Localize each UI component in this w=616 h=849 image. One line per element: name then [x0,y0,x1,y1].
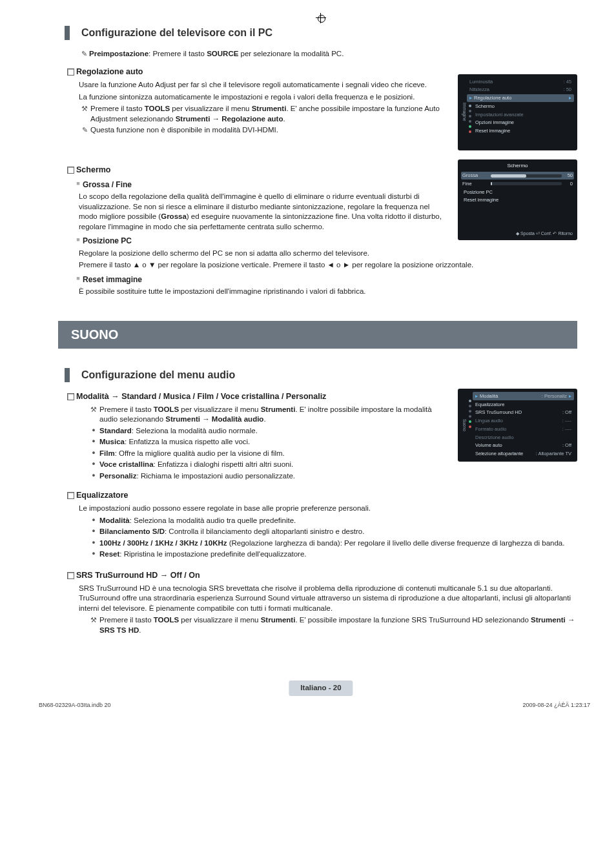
list-item: ●Personaliz: Richiama le impostazioni au… [88,471,577,482]
list-item: ●Modalità: Seleziona la modalità audio t… [88,516,577,526]
subsection-regolazione-auto: Regolazione auto [65,66,450,77]
bullet-icon: ● [88,516,99,526]
osd-selected-row: ▸ Regolazione auto ▸ [467,94,574,103]
osd-selected-row: ▸ Modalità : Personaliz ▸ [473,392,574,400]
bullet-icon: ● [88,538,99,549]
subsection-srs: SRS TruSurround HD → Off / On [65,570,577,581]
square-bullet-icon [67,492,74,499]
note-icon: ✎ [79,49,89,59]
list-item: ●Reset: Ripristina le impostazione prede… [88,549,577,560]
square-bullet-icon [67,393,74,400]
list-item: ●Film: Offre la migliore qualità audio p… [88,449,450,459]
bullet-icon: ● [88,549,99,560]
small-square-icon: ■ [74,236,83,246]
bullet-icon: ● [88,449,99,459]
list-item: ●100Hz / 300Hz / 1KHz / 3KHz / 10KHz (Re… [88,538,577,549]
list-item: ●Voce cristallina: Enfatizza i dialoghi … [88,460,450,470]
footer-left-text: BN68-02329A-03Ita.indb 20 [39,701,111,709]
section-title-pc: Configurazione del televisore con il PC [65,26,577,40]
osd-tab-label: Suono [461,392,467,458]
note-icon: ✎ [79,125,90,136]
dvi-note: ✎ Questa funzione non è disponibile in m… [79,125,450,136]
subsection-schermo: Schermo [65,165,450,176]
list-item: ●Standard: Seleziona la modalità audio n… [88,426,450,436]
registration-mark-top [316,13,326,23]
osd-tab-label: Immagine [461,77,467,147]
subsection-equalizzatore: Equalizzatore [65,490,577,501]
tools-icon: ⚒ [88,405,99,425]
subsub-reset-immagine: ■ Reset immagine [74,274,577,285]
section-band-suono: SUONO [58,321,577,349]
osd-slider-grossa: Grossa 50 [461,172,574,180]
bullet-icon: ● [88,460,99,470]
bullet-icon: ● [88,426,99,436]
footer-right-text: 2009-08-24 ¿ÀÈÄ 1:23:17 [522,701,590,709]
tools-note: ⚒ Premere il tasto TOOLS per visualizzar… [79,104,450,124]
bullet-icon: ● [88,437,99,447]
list-item: ●Bilanciamento S/D: Controlla il bilanci… [88,527,577,537]
tools-icon: ⚒ [88,615,99,635]
subsection-modalita: Modalità → Standard / Musica / Film / Vo… [65,391,450,402]
bullet-icon: ● [88,527,99,537]
preimpostazione-note: ✎ Preimpostazione: Premere il tasto SOUR… [79,49,450,59]
small-square-icon: ■ [74,274,83,285]
list-item: ●Musica: Enfatizza la musica rispetto al… [88,437,450,447]
square-bullet-icon [67,572,74,579]
osd-suono-panel: Suono ▸ Modalità : Personaliz ▸ Equalizz… [458,389,577,462]
osd-schermo-panel: Schermo Grossa 50 Fine 0 Posizione PC Re… [458,159,577,240]
osd-immagine-panel: Immagine Luminosità: 45 Nitidezza: 50 ▸ … [458,74,577,150]
page-number-pill: Italiano - 20 [289,680,353,696]
small-square-icon: ■ [74,179,83,190]
section-title-audio: Configurazione del menu audio [65,368,577,382]
square-bullet-icon [67,167,74,174]
tools-note-srs: ⚒ Premere il tasto TOOLS per visualizzar… [88,615,577,635]
subsub-posizione-pc: ■ Posizione PC [74,236,450,246]
bullet-icon: ● [88,471,99,482]
square-bullet-icon [67,68,74,76]
subsub-grossa-fine: ■ Grossa / Fine [74,179,450,190]
tools-icon: ⚒ [79,104,90,124]
osd-slider-fine: Fine 0 [461,179,574,188]
tools-note-audio: ⚒ Premere il tasto TOOLS per visualizzar… [88,405,450,425]
